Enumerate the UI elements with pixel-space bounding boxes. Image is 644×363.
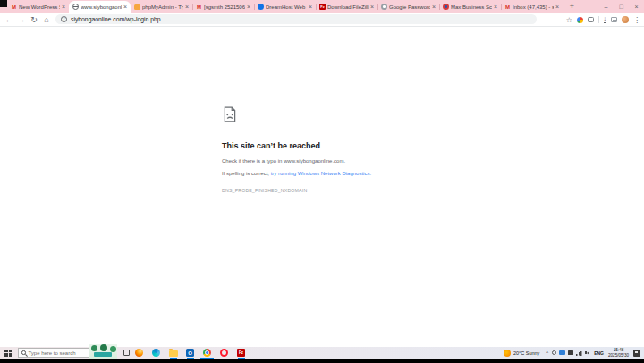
- tab-title: DreamHost Web Pan...: [266, 4, 307, 10]
- screen-bottom-artifact: [0, 359, 644, 363]
- home-icon[interactable]: ⌂: [40, 15, 53, 24]
- tab-close-icon[interactable]: ×: [555, 4, 559, 10]
- windows-logo-pane: [4, 350, 8, 353]
- new-tab-button[interactable]: +: [566, 1, 578, 13]
- browser-tab-phpmyadmin[interactable]: phpMyAdmin - Try ×: [131, 1, 192, 13]
- weather-sun-icon[interactable]: [504, 350, 511, 357]
- taskbar-app-chrome[interactable]: [199, 347, 216, 359]
- school-favicon: [443, 4, 449, 10]
- tab-close-icon[interactable]: ×: [432, 4, 436, 10]
- tab-close-icon[interactable]: ×: [123, 4, 127, 10]
- browser-tab-inbox[interactable]: M Inbox (47,435) - sibo... ×: [501, 1, 563, 13]
- filezilla-favicon: Fz: [319, 4, 326, 10]
- bookmark-star-icon[interactable]: ☆: [566, 16, 572, 24]
- extension-square-icon[interactable]: [588, 17, 594, 23]
- taskbar-app-opera[interactable]: [216, 347, 233, 359]
- error-page: This site can’t be reached Check if ther…: [0, 28, 644, 347]
- network-diagnostics-link[interactable]: try running Windows Network Diagnostics.: [271, 171, 371, 176]
- windows-logo-pane: [9, 350, 13, 353]
- tab-close-icon[interactable]: ×: [309, 4, 312, 10]
- taskbar-app-outlook[interactable]: O: [182, 347, 199, 359]
- error-line-prefix: If spelling is correct,: [222, 171, 271, 176]
- browser-tab-filezilla-download[interactable]: Fz Download FileZilla Cl... ×: [316, 1, 377, 13]
- sad-page-icon: [222, 106, 238, 122]
- url-text: siybongaonline.com/wp-login.php: [71, 16, 161, 22]
- tray-network-icon[interactable]: [576, 350, 582, 356]
- taskbar-app-edge[interactable]: [148, 347, 165, 359]
- tab-close-icon[interactable]: ×: [370, 4, 374, 10]
- phpmyadmin-favicon: [134, 4, 140, 10]
- maximize-button[interactable]: □: [614, 0, 629, 13]
- browser-tab-dreamhost[interactable]: DreamHost Web Pan... ×: [254, 1, 316, 13]
- system-tray: 20°C Sunny ^ ENG 15:482025/05/30: [504, 347, 644, 359]
- vehicle-illustration: [94, 352, 112, 357]
- tray-battery-icon[interactable]: [568, 350, 573, 355]
- address-bar[interactable]: i siybongaonline.com/wp-login.php: [55, 14, 537, 24]
- tab-title: [sgsmth 252150637] :: [204, 4, 245, 10]
- browser-tab-sgsmth-mail[interactable]: M [sgsmth 252150637] : ×: [192, 1, 254, 13]
- error-code: DNS_PROBE_FINISHED_NXDOMAIN: [222, 188, 472, 193]
- site-info-icon[interactable]: i: [61, 16, 67, 22]
- gmail-favicon: M: [504, 4, 511, 10]
- extension-colorful-icon[interactable]: [577, 17, 583, 23]
- browser-tab-new-wordpress-site[interactable]: M New WordPress Site - ×: [7, 1, 69, 13]
- language-indicator[interactable]: ENG: [594, 350, 604, 356]
- browser-toolbar: ← → ↻ ⌂ i siybongaonline.com/wp-login.ph…: [0, 13, 644, 27]
- dreamhost-favicon: [258, 4, 264, 10]
- clock-date: 2025/05/30: [608, 353, 629, 358]
- download-icon[interactable]: ↓: [604, 16, 607, 23]
- speaker-cone: [587, 351, 589, 355]
- tab-close-icon[interactable]: ×: [185, 4, 189, 10]
- tab-title: www.siybongaonline...: [80, 4, 122, 10]
- start-button[interactable]: [4, 350, 12, 357]
- error-content: This site can’t be reached Check if ther…: [222, 106, 472, 193]
- profile-avatar[interactable]: [622, 16, 629, 23]
- weather-text[interactable]: 20°C Sunny: [513, 350, 539, 356]
- key-favicon: [381, 4, 387, 10]
- browser-menu-icon[interactable]: ⋮: [633, 16, 640, 24]
- taskbar-apps: O Fz: [131, 347, 250, 359]
- tree-illustration: [100, 344, 107, 351]
- browser-tab-max-business-school[interactable]: Max Business Schoo... ×: [439, 1, 501, 13]
- tab-title: Google Password Ma...: [389, 4, 430, 10]
- browser-tab-google-password[interactable]: Google Password Ma... ×: [377, 1, 439, 13]
- forward-icon[interactable]: →: [15, 15, 28, 24]
- taskbar-clock[interactable]: 15:482025/05/30: [608, 348, 629, 358]
- taskbar-app-filezilla[interactable]: Fz: [233, 347, 250, 359]
- window-controls: – □ ×: [598, 0, 644, 13]
- gmail-favicon: M: [196, 4, 202, 10]
- action-center-icon[interactable]: [633, 350, 640, 357]
- weather-temp: 20°C: [513, 350, 524, 356]
- tab-close-icon[interactable]: ×: [247, 4, 250, 10]
- search-highlight-image[interactable]: [89, 344, 117, 359]
- taskbar-app-firefox[interactable]: [131, 347, 148, 359]
- edge-icon: [152, 349, 160, 357]
- tray-chevron-icon[interactable]: ^: [546, 350, 548, 356]
- tab-close-icon[interactable]: ×: [62, 4, 65, 10]
- tray-display-icon[interactable]: [559, 350, 565, 355]
- extension-grey-icon[interactable]: [611, 17, 617, 22]
- minimize-button[interactable]: –: [598, 0, 614, 13]
- tab-close-icon[interactable]: ×: [494, 4, 497, 10]
- error-line-spelling: If spelling is correct, try running Wind…: [222, 170, 472, 177]
- tray-volume-icon[interactable]: [585, 351, 589, 355]
- chrome-icon: [203, 349, 211, 357]
- reload-icon[interactable]: ↻: [28, 15, 40, 24]
- back-icon[interactable]: ←: [3, 15, 15, 24]
- weather-condition: Sunny: [526, 350, 540, 356]
- taskbar-search-input[interactable]: Type here to search: [18, 348, 89, 358]
- taskbar-app-file-explorer[interactable]: [165, 347, 182, 359]
- task-view-button[interactable]: [123, 350, 130, 356]
- windows-logo-pane: [4, 353, 8, 357]
- search-icon: [21, 350, 26, 355]
- gmail-favicon: M: [11, 4, 17, 10]
- search-placeholder-text: Type here to search: [29, 350, 76, 356]
- tray-people-icon[interactable]: [552, 350, 556, 355]
- close-button[interactable]: ×: [629, 0, 644, 13]
- tree-illustration: [91, 345, 97, 351]
- tab-title: Download FileZilla Cl...: [327, 4, 369, 10]
- taskbar: Type here to search O Fz 20°C Sunny ^: [0, 347, 644, 359]
- tab-strip: M New WordPress Site - × www.siybongaonl…: [0, 0, 644, 13]
- tab-title: Max Business Schoo...: [451, 4, 492, 10]
- browser-tab-siybongaonline-active[interactable]: www.siybongaonline... ×: [69, 1, 131, 13]
